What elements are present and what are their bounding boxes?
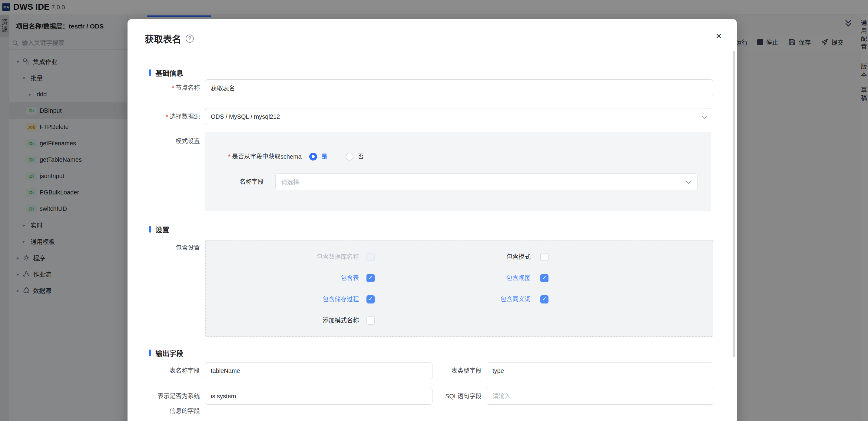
datasource-select[interactable]: ODS / MySQL / mysql212 <box>205 108 713 125</box>
checkbox-checked[interactable]: ✓ <box>540 274 549 282</box>
table-name-field-input[interactable] <box>205 362 433 379</box>
checkbox-checked[interactable]: ✓ <box>540 295 549 303</box>
radio-unselected-icon <box>346 153 353 160</box>
is-system-field-label-line1: 表示是否为系统 <box>127 392 200 400</box>
table-type-field-input[interactable] <box>487 362 713 379</box>
required-mark: * <box>228 153 230 160</box>
name-field-label: 名称字段 <box>205 178 264 186</box>
section-basic-info: 基础信息 <box>149 67 183 78</box>
modal-scrollbar[interactable] <box>733 51 735 357</box>
checkbox-label: 包含数据库名称 <box>209 253 359 261</box>
chevron-down-icon <box>686 178 691 184</box>
table-type-field-label: 表类型字段 <box>409 367 482 375</box>
checkbox-label: 包含视图 <box>376 274 531 282</box>
schema-question-label: *是否从字段中获取schema <box>205 153 302 161</box>
table-name-field-label: 表名称字段 <box>127 367 200 375</box>
checkbox-checked[interactable]: ✓ <box>367 274 375 282</box>
section-output-fields: 输出字段 <box>149 348 183 358</box>
radio-selected-icon <box>309 153 317 160</box>
checkbox-label: 包含同义词 <box>376 295 531 303</box>
radio-no[interactable]: 否 <box>346 153 364 160</box>
checkbox-label: 包含表 <box>209 274 359 282</box>
section-settings-title: 设置 <box>155 224 169 234</box>
checkbox-label: 包含模式 <box>376 253 531 261</box>
section-bar <box>149 226 151 233</box>
dialog-title-row: 获取表名 ? <box>145 32 194 45</box>
chevron-down-icon <box>702 113 707 119</box>
section-bar <box>149 69 151 76</box>
node-name-label: *节点名称 <box>127 84 200 92</box>
checkbox-label: 添加模式名称 <box>209 317 359 325</box>
is-system-field-input[interactable] <box>205 388 433 404</box>
node-name-input[interactable] <box>205 79 713 96</box>
section-settings: 设置 <box>149 224 169 234</box>
datasource-value: ODS / MySQL / mysql212 <box>211 113 280 120</box>
is-system-field-label-line2: 信息的字段 <box>127 407 200 415</box>
mode-settings-label: 模式设置 <box>127 137 200 145</box>
checkbox-unchecked[interactable] <box>540 253 549 261</box>
radio-yes-label: 是 <box>321 153 328 160</box>
name-field-select[interactable]: 请选择 <box>275 173 698 190</box>
checkbox-unchecked[interactable] <box>367 317 375 325</box>
help-icon[interactable]: ? <box>186 34 194 43</box>
include-settings-label: 包含设置 <box>127 244 200 252</box>
checkbox-label: 包含储存过程 <box>209 295 359 303</box>
get-table-names-dialog: 获取表名 ? × 基础信息 *节点名称 *选择数据源 ODS / MySQL /… <box>127 19 737 421</box>
section-bar <box>149 350 151 356</box>
radio-yes[interactable]: 是 <box>309 153 328 160</box>
checkbox-unchecked <box>367 253 375 261</box>
sql-field-input[interactable] <box>487 388 713 404</box>
radio-no-label: 否 <box>358 153 364 160</box>
datasource-label: *选择数据源 <box>127 113 200 121</box>
mode-settings-panel: *是否从字段中获取schema 是 否 名称字段 请选择 <box>205 132 711 211</box>
required-mark: * <box>166 113 168 120</box>
required-mark: * <box>172 85 174 91</box>
dialog-title: 获取表名 <box>145 32 181 45</box>
include-settings-panel: 包含数据库名称包含模式包含表✓包含视图✓包含储存过程✓包含同义词✓添加模式名称 <box>205 240 713 337</box>
section-output-title: 输出字段 <box>155 348 183 358</box>
name-field-placeholder: 请选择 <box>281 178 299 186</box>
section-basic-title: 基础信息 <box>155 67 183 78</box>
checkbox-checked[interactable]: ✓ <box>367 295 375 303</box>
app-window: MA DWS IDE 7.0.0 资源 项目名称/数据层：testfr / OD… <box>0 0 868 421</box>
sql-field-label: SQL语句字段 <box>409 392 482 400</box>
close-icon[interactable]: × <box>716 31 722 41</box>
